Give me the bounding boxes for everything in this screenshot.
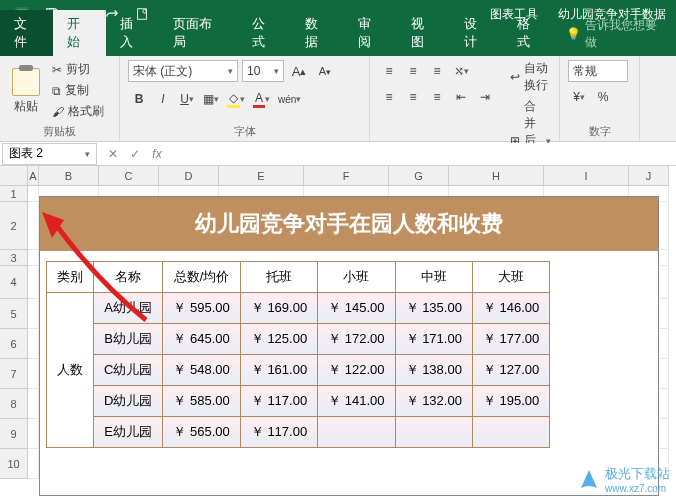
phonetic-button[interactable]: wén▾ — [275, 88, 304, 110]
font-name-select[interactable]: 宋体 (正文)▾ — [128, 60, 238, 82]
percent-format-button[interactable]: % — [592, 86, 614, 108]
grid-cell[interactable] — [28, 389, 39, 419]
table-header-cell: 名称 — [94, 262, 163, 293]
table-value-cell: ￥ 171.00 — [395, 324, 472, 355]
wrap-icon: ↩ — [510, 70, 520, 84]
tab-data[interactable]: 数据 — [291, 10, 344, 56]
tab-design[interactable]: 设计 — [450, 10, 503, 56]
table-value-cell: ￥ 548.00 — [163, 355, 240, 386]
number-group-label: 数字 — [568, 122, 631, 139]
row-header[interactable]: 6 — [0, 329, 28, 359]
decrease-indent-button[interactable]: ⇤ — [450, 86, 472, 108]
accounting-format-button[interactable]: ¥▾ — [568, 86, 590, 108]
bold-button[interactable]: B — [128, 88, 150, 110]
increase-font-button[interactable]: A▴ — [288, 60, 310, 82]
cancel-formula-button[interactable]: ✕ — [103, 144, 123, 164]
increase-indent-button[interactable]: ⇥ — [474, 86, 496, 108]
align-middle-button[interactable]: ≡ — [402, 60, 424, 82]
tab-insert[interactable]: 插入 — [106, 10, 159, 56]
column-header[interactable]: H — [449, 166, 544, 186]
paste-button[interactable]: 粘贴 — [8, 60, 44, 122]
grid-cell[interactable] — [28, 202, 39, 250]
enter-formula-button[interactable]: ✓ — [125, 144, 145, 164]
table-value-cell — [318, 417, 395, 448]
row-header[interactable]: 5 — [0, 299, 28, 329]
wrap-text-button[interactable]: ↩自动换行 — [510, 60, 551, 94]
paste-icon — [12, 68, 40, 96]
align-bottom-button[interactable]: ≡ — [426, 60, 448, 82]
row-header[interactable]: 9 — [0, 419, 28, 449]
table-value-cell: ￥ 138.00 — [395, 355, 472, 386]
number-format-select[interactable]: 常规 — [568, 60, 628, 82]
grid-cell[interactable] — [28, 419, 39, 449]
tab-formulas[interactable]: 公式 — [238, 10, 291, 56]
column-header[interactable]: F — [304, 166, 389, 186]
copy-button[interactable]: ⧉复制 — [50, 81, 106, 100]
fill-color-button[interactable]: ◇▾ — [224, 88, 248, 110]
name-box[interactable]: 图表 2▾ — [2, 143, 97, 165]
column-header[interactable]: A — [28, 166, 39, 186]
column-header[interactable]: D — [159, 166, 219, 186]
chevron-down-icon: ▾ — [274, 66, 279, 76]
row-header[interactable]: 7 — [0, 359, 28, 389]
formula-input[interactable] — [173, 143, 676, 165]
tab-view[interactable]: 视图 — [397, 10, 450, 56]
tab-format[interactable]: 格式 — [503, 10, 556, 56]
orientation-button[interactable]: ⤭▾ — [450, 60, 472, 82]
column-header[interactable]: I — [544, 166, 629, 186]
cut-button[interactable]: ✂剪切 — [50, 60, 106, 79]
row-header[interactable]: 10 — [0, 449, 28, 479]
grid-cell[interactable] — [28, 266, 39, 299]
font-color-button[interactable]: A▾ — [250, 88, 273, 110]
fx-button[interactable]: fx — [147, 144, 167, 164]
tab-file[interactable]: 文件 — [0, 10, 53, 56]
embedded-chart-object[interactable]: 幼儿园竞争对手在园人数和收费 类别名称总数/均价托班小班中班大班人数A幼儿园￥ … — [39, 196, 659, 496]
table-value-cell: ￥ 595.00 — [163, 293, 240, 324]
table-name-cell: C幼儿园 — [94, 355, 163, 386]
format-painter-button[interactable]: 🖌格式刷 — [50, 102, 106, 121]
align-left-button[interactable]: ≡ — [378, 86, 400, 108]
row-header[interactable]: 1 — [0, 186, 28, 202]
align-right-button[interactable]: ≡ — [426, 86, 448, 108]
tell-me-search[interactable]: 💡 告诉我您想要做 — [556, 12, 676, 56]
decrease-font-button[interactable]: A▾ — [314, 60, 336, 82]
tab-home[interactable]: 开始 — [53, 10, 106, 56]
table-header-cell: 大班 — [472, 262, 549, 293]
table-value-cell: ￥ 146.00 — [472, 293, 549, 324]
grid-cell[interactable] — [28, 449, 39, 479]
tab-review[interactable]: 审阅 — [344, 10, 397, 56]
grid-cell[interactable] — [28, 250, 39, 266]
underline-button[interactable]: U ▾ — [176, 88, 198, 110]
align-top-button[interactable]: ≡ — [378, 60, 400, 82]
brush-icon: 🖌 — [52, 105, 64, 119]
column-header[interactable]: G — [389, 166, 449, 186]
row-header[interactable]: 3 — [0, 250, 28, 266]
column-header[interactable]: E — [219, 166, 304, 186]
grid-cell[interactable] — [28, 299, 39, 329]
table-value-cell: ￥ 161.00 — [240, 355, 317, 386]
column-header[interactable]: B — [39, 166, 99, 186]
font-group-label: 字体 — [128, 122, 361, 139]
bucket-icon: ◇ — [227, 91, 240, 108]
table-row: C幼儿园￥ 548.00￥ 161.00￥ 122.00￥ 138.00￥ 12… — [47, 355, 550, 386]
grid-cell[interactable] — [28, 329, 39, 359]
select-all-corner[interactable] — [0, 166, 28, 186]
border-button[interactable]: ▦ ▾ — [200, 88, 222, 110]
row-header[interactable]: 4 — [0, 266, 28, 299]
column-header[interactable]: C — [99, 166, 159, 186]
row-header[interactable]: 8 — [0, 389, 28, 419]
grid-cell[interactable] — [28, 359, 39, 389]
font-size-select[interactable]: 10▾ — [242, 60, 284, 82]
table-name-cell: A幼儿园 — [94, 293, 163, 324]
grid-cell[interactable] — [28, 186, 39, 202]
chevron-down-icon: ▾ — [228, 66, 233, 76]
row-header[interactable]: 2 — [0, 202, 28, 250]
italic-button[interactable]: I — [152, 88, 174, 110]
watermark: 极光下载站 www.xz7.com — [577, 465, 670, 494]
table-value-cell: ￥ 645.00 — [163, 324, 240, 355]
watermark-logo-icon — [577, 468, 601, 492]
table-category-cell: 人数 — [47, 293, 94, 448]
tab-page-layout[interactable]: 页面布局 — [159, 10, 237, 56]
column-header[interactable]: J — [629, 166, 669, 186]
align-center-button[interactable]: ≡ — [402, 86, 424, 108]
